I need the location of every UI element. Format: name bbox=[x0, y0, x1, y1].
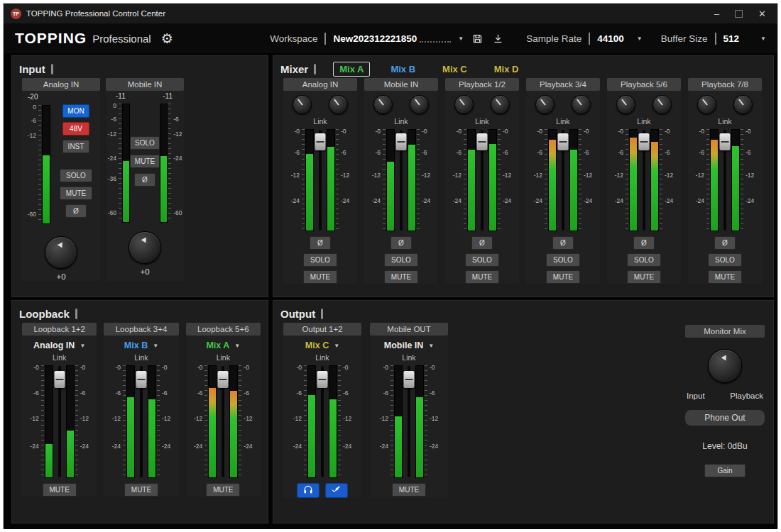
solo-button[interactable]: SOLO bbox=[708, 253, 742, 267]
channel-fader[interactable] bbox=[217, 364, 229, 480]
mute-button[interactable]: MUTE bbox=[206, 483, 240, 497]
tab-mix-c[interactable]: Mix C bbox=[436, 62, 474, 77]
gain-button[interactable]: Gain bbox=[704, 464, 746, 477]
gear-icon[interactable]: ⚙ bbox=[161, 31, 173, 46]
fader-handle[interactable] bbox=[404, 371, 415, 388]
source-select[interactable]: Analog IN▼ bbox=[22, 340, 97, 350]
save-workspace-button[interactable] bbox=[471, 32, 484, 45]
channel-fader[interactable] bbox=[403, 364, 415, 480]
chevron-down-icon[interactable]: ▼ bbox=[637, 35, 643, 42]
tab-mix-a[interactable]: Mix A bbox=[333, 62, 370, 77]
chevron-down-icon[interactable]: ▼ bbox=[760, 35, 766, 42]
48v-button[interactable]: 48V bbox=[62, 122, 89, 135]
fader-handle[interactable] bbox=[477, 133, 488, 150]
channel-fader[interactable] bbox=[315, 128, 326, 233]
phase-button[interactable]: Ø bbox=[633, 236, 655, 250]
mute-button[interactable]: MUTE bbox=[708, 270, 742, 284]
mute-button[interactable]: MUTE bbox=[627, 270, 661, 284]
meter-area: -0-6-12-24-0-6-12-24 bbox=[104, 364, 178, 480]
headphones-button[interactable] bbox=[297, 483, 320, 498]
scale-label: -0 bbox=[699, 128, 704, 135]
close-button[interactable]: ✕ bbox=[758, 9, 766, 18]
send-knob-left[interactable] bbox=[616, 95, 635, 114]
send-knob-right[interactable] bbox=[410, 95, 429, 114]
input-gain-knob[interactable] bbox=[45, 236, 77, 269]
line-out-button[interactable] bbox=[325, 483, 348, 498]
solo-button[interactable]: SOLO bbox=[60, 169, 92, 182]
mute-button[interactable]: MUTE bbox=[60, 187, 92, 200]
send-knob-left[interactable] bbox=[373, 95, 393, 114]
send-knob-left[interactable] bbox=[697, 95, 716, 114]
solo-button[interactable]: SOLO bbox=[303, 253, 337, 267]
mute-button[interactable]: MUTE bbox=[124, 483, 158, 497]
tab-mix-d[interactable]: Mix D bbox=[488, 62, 525, 77]
input-gain-knob[interactable] bbox=[129, 231, 161, 264]
monitor-mix-header: Monitor Mix bbox=[685, 325, 765, 338]
scale-label: -12 bbox=[293, 415, 302, 422]
send-knob-right[interactable] bbox=[491, 95, 510, 114]
solo-button[interactable]: SOLO bbox=[546, 253, 580, 267]
app-header: TOPPING Professional ⚙ Workspace New2023… bbox=[4, 23, 777, 53]
send-knob-right[interactable] bbox=[652, 95, 672, 114]
fader-handle[interactable] bbox=[317, 371, 328, 388]
mute-button[interactable]: MUTE bbox=[465, 270, 499, 284]
phase-button[interactable]: Ø bbox=[134, 173, 155, 187]
source-select[interactable]: Mobile IN▼ bbox=[370, 340, 448, 350]
inst-button[interactable]: INST bbox=[62, 140, 89, 153]
source-select[interactable]: Mix A▼ bbox=[186, 340, 261, 350]
solo-button[interactable]: SOLO bbox=[627, 253, 661, 267]
mute-button[interactable]: MUTE bbox=[43, 483, 77, 497]
phase-button[interactable]: Ø bbox=[65, 204, 87, 218]
fader-handle[interactable] bbox=[218, 371, 229, 388]
meter-fill bbox=[127, 397, 134, 477]
send-knob-left[interactable] bbox=[535, 95, 555, 114]
solo-button[interactable]: SOLO bbox=[130, 136, 160, 150]
buffer-size-value[interactable]: 512 bbox=[723, 33, 740, 44]
fader-handle[interactable] bbox=[639, 133, 650, 150]
send-knob-left[interactable] bbox=[293, 95, 312, 114]
send-knob-right[interactable] bbox=[572, 95, 591, 114]
maximize-button[interactable] bbox=[735, 10, 743, 18]
channel-fader[interactable] bbox=[719, 128, 731, 233]
send-knob-right[interactable] bbox=[733, 95, 753, 114]
send-knob-right[interactable] bbox=[329, 95, 348, 114]
channel-fader[interactable] bbox=[395, 128, 407, 233]
phase-button[interactable]: Ø bbox=[552, 236, 574, 250]
solo-button[interactable]: SOLO bbox=[465, 253, 499, 267]
scale-label: -24 bbox=[108, 155, 116, 162]
workspace-value[interactable]: New202312221850 bbox=[333, 33, 417, 44]
channel-fader[interactable] bbox=[317, 364, 328, 480]
minimize-button[interactable]: – bbox=[714, 9, 719, 18]
fader-handle[interactable] bbox=[54, 371, 65, 388]
export-workspace-button[interactable] bbox=[491, 32, 505, 45]
send-knob-left[interactable] bbox=[454, 95, 474, 114]
fader-handle[interactable] bbox=[396, 133, 407, 150]
chevron-down-icon[interactable]: ▼ bbox=[458, 35, 464, 42]
solo-button[interactable]: SOLO bbox=[384, 253, 418, 267]
fader-handle[interactable] bbox=[315, 133, 326, 150]
output-channel: Output 1+2Mix C▼Link-0-6-12-24-0-6-12-24 bbox=[283, 323, 361, 498]
mute-button[interactable]: MUTE bbox=[303, 270, 337, 284]
channel-fader[interactable] bbox=[136, 364, 147, 480]
phase-button[interactable]: Ø bbox=[310, 236, 331, 250]
mute-button[interactable]: MUTE bbox=[392, 483, 426, 497]
phase-button[interactable]: Ø bbox=[390, 236, 412, 250]
fader-handle[interactable] bbox=[558, 133, 569, 150]
sample-rate-value[interactable]: 44100 bbox=[597, 33, 624, 44]
mute-button[interactable]: MUTE bbox=[130, 155, 160, 168]
monitor-mix-knob[interactable] bbox=[708, 349, 742, 383]
tab-mix-b[interactable]: Mix B bbox=[384, 62, 422, 77]
channel-fader[interactable] bbox=[557, 128, 569, 233]
mon-button[interactable]: MON bbox=[62, 104, 89, 118]
channel-fader[interactable] bbox=[638, 128, 650, 233]
mute-button[interactable]: MUTE bbox=[384, 270, 418, 284]
phase-button[interactable]: Ø bbox=[471, 236, 493, 250]
mute-button[interactable]: MUTE bbox=[546, 270, 580, 284]
source-select[interactable]: Mix B▼ bbox=[104, 340, 178, 350]
source-select[interactable]: Mix C▼ bbox=[283, 340, 361, 350]
channel-fader[interactable] bbox=[476, 128, 488, 233]
phase-button[interactable]: Ø bbox=[714, 236, 736, 250]
channel-fader[interactable] bbox=[54, 364, 65, 480]
fader-handle[interactable] bbox=[136, 371, 146, 388]
fader-handle[interactable] bbox=[720, 133, 731, 150]
